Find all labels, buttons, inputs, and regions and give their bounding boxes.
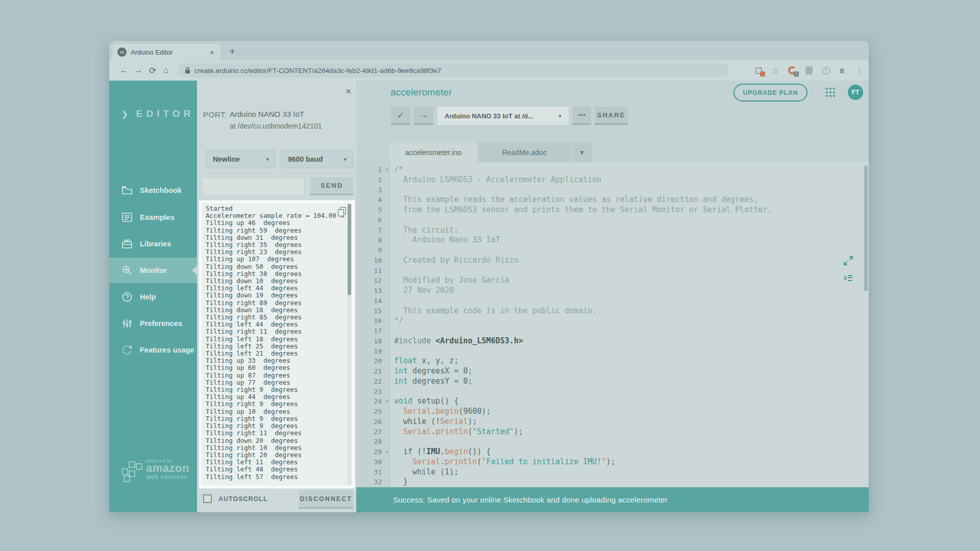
puzzle-extensions-icon[interactable] <box>838 65 848 76</box>
more-options-button[interactable]: ••• <box>573 107 591 125</box>
folder-icon <box>121 185 133 196</box>
log-line: Tilting up 33 degrees <box>206 357 345 364</box>
code-editor[interactable]: 1▾/*2 Arduino LSM6DS3 - Accelerometer Ap… <box>356 162 869 487</box>
log-line: Tilting right 59 degrees <box>206 227 345 234</box>
copy-icon[interactable] <box>338 207 346 216</box>
code-line: 16*/ <box>356 316 869 326</box>
log-line: Tilting up 10 degrees <box>206 408 345 415</box>
baud-rate-select[interactable]: 9600 baud ▾ <box>281 150 353 168</box>
code-line: 14 <box>356 296 869 306</box>
port-path: at /dev/cu.usbmodem142101 <box>230 122 322 130</box>
apps-grid-icon[interactable] <box>826 88 836 98</box>
code-line: 12 Modified by Jose García <box>356 276 869 286</box>
sidebar-item-label: Sketchbook <box>140 186 182 194</box>
upload-button[interactable]: → <box>414 107 433 125</box>
code-line: 22int degreesY = 0; <box>356 377 869 387</box>
url-text: create.arduino.cc/editor/FT-CONTENT/a284… <box>194 67 441 74</box>
code-line: 18#include <Arduino_LSM6DS3.h> <box>356 336 869 346</box>
bag-icon <box>121 238 133 249</box>
browser-tab-strip: ∞ Arduino Editor × + <box>109 41 869 60</box>
browser-window: ∞ Arduino Editor × + ← → ⟳ ⌂ create.ardu… <box>109 41 869 512</box>
log-line: Tilting up 44 degrees <box>206 393 345 400</box>
sliders-icon <box>121 318 133 329</box>
sidebar-item-sketchbook[interactable]: Sketchbook <box>109 178 197 203</box>
line-ending-select[interactable]: Newline ▾ <box>206 150 276 168</box>
tab-close-icon[interactable]: × <box>209 48 215 57</box>
sidebar-item-examples[interactable]: Examples <box>109 205 197 230</box>
browser-menu-icon[interactable]: ⋮ <box>854 65 865 76</box>
fold-caret-icon[interactable]: ▾ <box>386 165 388 175</box>
log-line: Tilting up 87 degrees <box>206 372 345 379</box>
send-button[interactable]: SEND <box>310 177 353 195</box>
list-icon <box>121 212 133 223</box>
log-line: Tilting up 107 degrees <box>206 256 345 263</box>
chevron-down-icon: ▾ <box>344 156 347 163</box>
serial-log-box: StartedAccelerometer sample rate = 104.0… <box>199 201 355 488</box>
sidebar-item-label: Preferences <box>140 319 182 328</box>
code-line: 27 Serial.println("Started"); <box>356 427 869 437</box>
panel-close-icon[interactable]: × <box>346 86 351 97</box>
sidebar-item-features-usage[interactable]: Features usage <box>109 337 197 363</box>
autoscroll-checkbox[interactable] <box>203 494 212 503</box>
sidebar-item-help[interactable]: Help <box>109 284 197 310</box>
code-line: 4 This example reads the acceleration va… <box>356 195 869 205</box>
code-line: 19 <box>356 346 869 357</box>
fold-caret-icon[interactable]: ▾ <box>386 447 388 457</box>
port-label: PORT: <box>203 110 227 119</box>
extensions-bar: ☆ 1 ! ⋮ <box>753 64 865 77</box>
fullscreen-icon[interactable] <box>842 255 854 267</box>
bookmark-star-icon[interactable]: ☆ <box>770 65 780 76</box>
avatar[interactable]: FT <box>848 85 863 100</box>
status-bar: Success: Saved on your online Sketchbook… <box>356 487 869 512</box>
log-line: Tilting right 10 degrees <box>206 444 345 452</box>
info-extension-icon[interactable]: ! <box>821 65 831 76</box>
log-line: Tilting right 9 degrees <box>206 400 345 408</box>
new-tab-button[interactable]: + <box>226 45 239 58</box>
clipboard-extension-icon[interactable] <box>804 65 814 76</box>
tab-readme-adoc[interactable]: ReadMe.adoc <box>478 142 571 162</box>
reload-button[interactable]: ⟳ <box>146 64 159 77</box>
log-line: Tilting right 85 degrees <box>206 314 345 321</box>
sidebar-item-label: Features usage <box>140 346 194 354</box>
code-line: 31 while (1); <box>356 467 869 478</box>
aws-sub: web services <box>146 473 189 481</box>
translate-extension-icon[interactable] <box>753 65 764 76</box>
code-scrollbar-thumb[interactable] <box>864 166 868 291</box>
tab-accelerometer-ino[interactable]: accelerometer.ino <box>389 142 477 162</box>
home-button[interactable]: ⌂ <box>159 64 173 77</box>
browser-tab[interactable]: ∞ Arduino Editor × <box>112 44 220 60</box>
sidebar-item-monitor[interactable]: Monitor <box>109 258 197 283</box>
disconnect-button[interactable]: DISCONNECT <box>299 490 353 509</box>
log-line: Tilting down 50 degrees <box>206 263 345 270</box>
board-select[interactable]: Arduino NANO 33 IoT at /d... ▾ <box>437 107 569 125</box>
sidebar-item-libraries[interactable]: Libraries <box>109 231 197 257</box>
log-line: Tilting right 9 degrees <box>206 386 345 393</box>
share-button[interactable]: SHARE <box>595 107 628 125</box>
back-button[interactable]: ← <box>117 64 131 77</box>
log-line: Tilting left 11 degrees <box>206 459 345 466</box>
sidebar-item-preferences[interactable]: Preferences <box>109 311 197 336</box>
editor-logo: ❯ EDITOR <box>121 108 194 119</box>
logo-chevron-icon: ❯ <box>121 110 130 118</box>
console-icon[interactable] <box>842 273 854 285</box>
arduino-favicon-icon: ∞ <box>117 47 127 57</box>
forward-button[interactable]: → <box>132 64 145 77</box>
address-bar[interactable]: create.arduino.cc/editor/FT-CONTENT/a284… <box>178 63 729 78</box>
aws-logo: powered by amazon web services <box>122 458 189 481</box>
status-message: Success: Saved on your online Sketchbook… <box>393 495 668 504</box>
verify-button[interactable]: ✓ <box>391 107 410 125</box>
log-scrollbar[interactable] <box>348 204 351 485</box>
tab-list-caret-button[interactable]: ▼ <box>572 142 592 162</box>
serial-log: StartedAccelerometer sample rate = 104.0… <box>206 205 345 486</box>
code-line: 25 Serial.begin(9600); <box>356 407 869 417</box>
fold-caret-icon[interactable]: ▾ <box>386 396 388 407</box>
code-line: 15 This example code is in the public do… <box>356 306 869 316</box>
serial-monitor-panel: × PORT: Arduino NANO 33 IoT at /dev/cu.u… <box>197 81 356 512</box>
serial-message-input[interactable] <box>202 177 305 195</box>
log-line: Tilting left 44 degrees <box>206 285 345 292</box>
log-scrollbar-thumb[interactable] <box>348 204 351 295</box>
extension-badge-icon[interactable]: 1 <box>787 65 797 76</box>
log-line: Tilting down 19 degrees <box>206 292 345 299</box>
upgrade-plan-button[interactable]: UPGRADE PLAN <box>733 84 807 102</box>
sidebar-item-label: Monitor <box>140 266 167 274</box>
